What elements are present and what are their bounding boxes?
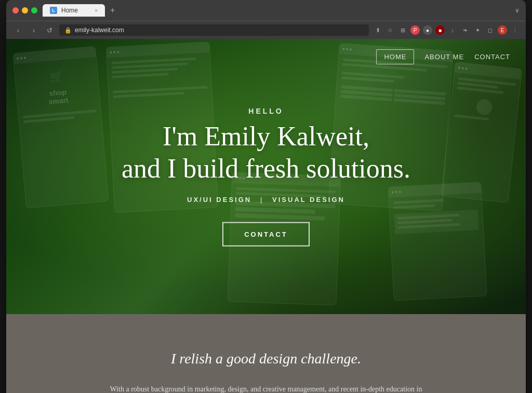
pinterest-icon[interactable]: P — [410, 25, 420, 35]
address-bar[interactable]: 🔒 emily-kalweit.com — [59, 24, 369, 36]
security-icon: 🔒 — [64, 27, 72, 34]
url-text: emily-kalweit.com — [75, 26, 124, 34]
extensions-icon[interactable]: ⊞ — [398, 25, 407, 35]
hero-title-line1: I'm Emily Kalweit, — [163, 121, 369, 151]
refresh-button[interactable]: ↺ — [44, 24, 55, 36]
browser-titlebar: L Home × + ∨ — [6, 0, 526, 21]
tab-close-button[interactable]: × — [95, 8, 98, 13]
about-description: With a robust background in marketing, d… — [105, 383, 427, 393]
window-controls — [12, 7, 37, 13]
screen-card-4 — [441, 62, 522, 203]
hero-title: I'm Emily Kalweit, and I build fresh sol… — [84, 120, 448, 185]
subtitle-uxui: UX/UI DESIGN — [187, 195, 251, 203]
browser-window: L Home × + ∨ ‹ › ↺ 🔒 emily-kalweit.com ⬆… — [6, 0, 526, 393]
bookmark-icon[interactable]: ☆ — [385, 25, 395, 35]
minimize-button[interactable] — [22, 7, 28, 13]
star2-icon[interactable]: ✦ — [473, 25, 482, 35]
close-button[interactable] — [12, 7, 19, 13]
about-tagline: I relish a good design challenge. — [27, 350, 505, 367]
back-button[interactable]: ‹ — [12, 24, 24, 36]
contact-cta-button[interactable]: CONTACT — [222, 222, 310, 246]
tab-favicon: L — [50, 7, 57, 14]
browser-toolbar: ‹ › ↺ 🔒 emily-kalweit.com ⬆ ☆ ⊞ P ● ■ ↓ … — [6, 21, 526, 39]
hero-subtitle: UX/UI DESIGN | VISUAL DESIGN — [84, 195, 448, 203]
hero-content: HELLO I'm Emily Kalweit, and I build fre… — [84, 107, 448, 247]
bookmark2-icon[interactable]: ■ — [435, 25, 445, 35]
website-content: 🛒 shopsmart — [6, 39, 526, 393]
new-tab-button[interactable]: + — [107, 6, 118, 15]
tab-title: Home — [61, 7, 78, 14]
download-icon[interactable]: ↓ — [448, 25, 457, 35]
leaf-icon[interactable]: ❧ — [460, 25, 470, 35]
maximize-button[interactable] — [31, 7, 37, 13]
nav-about[interactable]: ABOUT ME — [424, 53, 464, 61]
hero-hello: HELLO — [84, 107, 448, 115]
toolbar-actions: ⬆ ☆ ⊞ P ● ■ ↓ ❧ ✦ ◻ E ⋮ — [373, 25, 520, 35]
hero-title-line2: and I build fresh solutions. — [122, 154, 410, 183]
window-icon[interactable]: ◻ — [485, 25, 495, 35]
circle-icon[interactable]: ● — [423, 25, 432, 35]
nav-home[interactable]: HOME — [376, 49, 414, 64]
hero-section: 🛒 shopsmart — [6, 39, 526, 314]
nav-contact[interactable]: CONTACT — [474, 53, 510, 61]
active-tab[interactable]: L Home × — [43, 4, 105, 17]
window-menu[interactable]: ∨ — [515, 7, 520, 14]
subtitle-visual: VISUAL DESIGN — [272, 195, 345, 203]
more-button[interactable]: ⋮ — [510, 25, 520, 35]
about-section: I relish a good design challenge. With a… — [6, 314, 526, 393]
tab-bar: L Home × + — [43, 4, 510, 17]
subtitle-divider: | — [260, 195, 264, 203]
forward-button[interactable]: › — [28, 24, 39, 36]
site-navigation: HOME ABOUT ME CONTACT — [6, 39, 526, 75]
user-avatar[interactable]: E — [498, 25, 507, 35]
share-icon[interactable]: ⬆ — [373, 25, 382, 35]
